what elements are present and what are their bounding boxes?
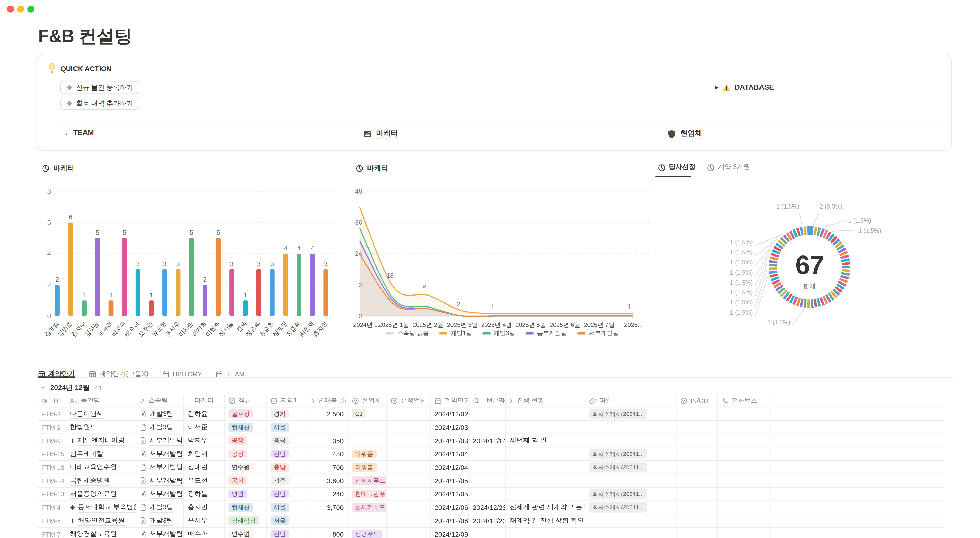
cell-selected[interactable]: [387, 434, 431, 447]
close-button[interactable]: [7, 6, 14, 12]
cell-file[interactable]: [585, 434, 676, 447]
cell-name[interactable]: 해양경찰교육원: [66, 528, 136, 538]
column-header-직군[interactable]: 직군: [224, 394, 267, 407]
cell-revenue[interactable]: 240: [307, 488, 348, 500]
cell-file[interactable]: [585, 514, 676, 527]
table-row[interactable]: FTM-5✳해양안전교육원개발3팀윤시우장례식장서울2024/12/062024…: [38, 514, 945, 528]
cell-expiry[interactable]: 2024/12/04: [431, 448, 469, 460]
cell-region[interactable]: 전남: [267, 448, 307, 460]
cell-selected[interactable]: [387, 474, 431, 487]
column-header-선정업체[interactable]: 선정업체: [387, 394, 431, 407]
cell-selected[interactable]: [387, 421, 431, 434]
cell-progress[interactable]: [506, 488, 585, 500]
cell-team[interactable]: 개발3팀: [136, 408, 184, 420]
cell-expiry[interactable]: 2024/12/03: [431, 421, 469, 434]
cell-phone[interactable]: [718, 408, 771, 420]
file-chip[interactable]: 회사소개서(20241...: [589, 502, 647, 513]
cell-selected[interactable]: [387, 514, 431, 527]
cell-phone[interactable]: [718, 448, 771, 460]
cell-id[interactable]: FTM-15: [38, 448, 66, 460]
cell-inout[interactable]: [676, 461, 718, 474]
cell-selected[interactable]: [387, 528, 431, 538]
file-chip[interactable]: 회사소개서(20241...: [589, 462, 647, 473]
cell-file[interactable]: 회사소개서(20241...: [585, 461, 676, 474]
cell-phone[interactable]: [718, 514, 771, 527]
cell-id[interactable]: FTM-7: [38, 528, 66, 538]
database-toggle[interactable]: ▶ DATABASE: [714, 83, 774, 92]
cell-inout[interactable]: [676, 474, 718, 487]
cell-tm-date[interactable]: 2024/12/23: [469, 514, 506, 527]
cell-marketer[interactable]: 배수아: [184, 528, 225, 538]
column-header-계약만기[interactable]: 계약만기: [431, 394, 469, 407]
column-header-ID[interactable]: №ID: [38, 394, 66, 407]
column-header-현업체[interactable]: 현업체: [348, 394, 387, 407]
cell-tm-date[interactable]: 2024/12/14: [469, 434, 506, 447]
column-header-년매출[interactable]: #년매출: [307, 394, 348, 407]
cell-id[interactable]: FTM-13: [38, 488, 66, 500]
collapse-triangle-icon[interactable]: ▼: [41, 385, 45, 390]
cell-expiry[interactable]: 2024/12/06: [431, 501, 469, 514]
cell-team[interactable]: 개발3팀: [136, 501, 184, 514]
cell-progress[interactable]: [506, 421, 585, 434]
cell-team[interactable]: 개발3팀: [136, 514, 184, 527]
column-header-전화번호[interactable]: 전화번호: [718, 394, 771, 407]
cell-region[interactable]: 광주: [267, 474, 307, 487]
view-tab-3[interactable]: TEAM: [216, 370, 245, 378]
cell-phone[interactable]: [718, 474, 771, 487]
column-header-소속팀[interactable]: ↗소속팀: [136, 394, 184, 407]
cell-revenue[interactable]: 450: [307, 448, 348, 460]
cell-team[interactable]: 서부개발팀: [136, 434, 184, 447]
cell-job[interactable]: 공장: [224, 434, 267, 447]
cell-file[interactable]: [585, 528, 676, 538]
cell-progress[interactable]: 세번째 할 일: [506, 434, 585, 447]
cell-file[interactable]: 회사소개서(20241...: [585, 408, 676, 420]
cell-marketer[interactable]: 최민재: [184, 448, 225, 460]
cell-marketer[interactable]: 김하윤: [184, 408, 225, 420]
cell-vendor[interactable]: [348, 421, 387, 434]
quick-action-button-1[interactable]: ❋활동 내역 추가하기: [60, 97, 140, 110]
column-header-파일[interactable]: 파일: [585, 394, 676, 407]
cell-revenue[interactable]: [307, 514, 348, 527]
cell-name[interactable]: ✳동서대학교 부속병원: [66, 501, 136, 514]
cell-marketer[interactable]: 이서준: [184, 421, 225, 434]
cell-job[interactable]: 컨세션: [224, 501, 267, 514]
cell-name[interactable]: ✳제일엔지니어링: [66, 434, 136, 447]
shortcut-team[interactable]: → TEAM: [61, 129, 94, 137]
file-chip[interactable]: 회사소개서(20241...: [589, 409, 647, 419]
cell-revenue[interactable]: [307, 421, 348, 434]
cell-file[interactable]: [585, 474, 676, 487]
cell-vendor[interactable]: 생명푸드: [348, 528, 387, 538]
cell-job[interactable]: 골프장: [224, 408, 267, 420]
cell-inout[interactable]: [676, 514, 718, 527]
cell-job[interactable]: 공장: [224, 448, 267, 460]
cell-inout[interactable]: [676, 434, 718, 447]
cell-progress[interactable]: [506, 461, 585, 474]
cell-region[interactable]: 충북: [267, 434, 307, 447]
cell-marketer[interactable]: 장하늘: [184, 488, 225, 500]
cell-phone[interactable]: [718, 421, 771, 434]
cell-file[interactable]: 회사소개서(20241...: [585, 501, 676, 514]
table-row[interactable]: FTM-9✳제일엔지니어링서부개발팀박지우공장충북3502024/12/0320…: [38, 434, 945, 448]
cell-vendor[interactable]: [348, 434, 387, 447]
cell-id[interactable]: FTM-9: [38, 434, 66, 447]
cell-team[interactable]: 서부개발팀: [136, 448, 184, 460]
shortcut-vendor[interactable]: 현업체: [668, 129, 702, 139]
cell-region[interactable]: 충남: [267, 461, 307, 474]
cell-progress[interactable]: 재계약 건 진행 상황 확인 및 담당자: [506, 514, 585, 527]
cell-phone[interactable]: [718, 501, 771, 514]
cell-progress[interactable]: [506, 474, 585, 487]
column-header-IN/OUT[interactable]: IN/OUT: [676, 394, 718, 407]
cell-region[interactable]: 전남: [267, 528, 307, 538]
cell-region[interactable]: 서울: [267, 501, 307, 514]
cell-selected[interactable]: [387, 488, 431, 500]
cell-expiry[interactable]: 2024/12/04: [431, 461, 469, 474]
cell-id[interactable]: FTM-5: [38, 514, 66, 527]
cell-expiry[interactable]: 2024/12/06: [431, 514, 469, 527]
cell-region[interactable]: 서울: [267, 421, 307, 434]
shortcut-marketer[interactable]: 마케터: [363, 129, 398, 139]
cell-vendor[interactable]: 신세계푸드: [348, 474, 387, 487]
cell-id[interactable]: FTM-18: [38, 461, 66, 474]
cell-file[interactable]: 회사소개서(20241...: [585, 488, 676, 500]
quick-action-button-0[interactable]: ❋신규 물건 등록하기: [60, 81, 140, 94]
cell-vendor[interactable]: 아워홈: [348, 448, 387, 460]
